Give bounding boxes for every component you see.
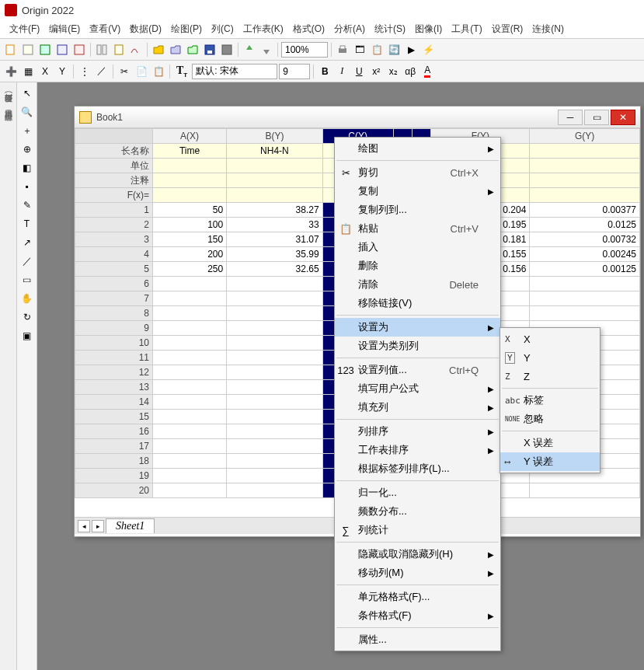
ctx-cell-format[interactable]: 单元格格式(F)...	[335, 588, 500, 606]
copy-icon[interactable]: 📄	[134, 64, 149, 79]
data-cell[interactable]: 35.99	[227, 247, 322, 262]
data-cell[interactable]: 31.07	[227, 232, 322, 247]
ctx-sort-worksheet[interactable]: 工作表排序▶	[335, 441, 500, 459]
meta-cell[interactable]	[530, 159, 640, 173]
ctx-frequency-dist[interactable]: 频数分布...	[335, 502, 500, 521]
data-cell[interactable]	[153, 321, 227, 336]
region-icon[interactable]: ▣	[19, 328, 35, 344]
ctx-clear[interactable]: 清除Delete	[335, 275, 500, 294]
new-layout-icon[interactable]	[94, 42, 110, 58]
data-cell[interactable]	[153, 306, 227, 321]
data-cell[interactable]	[530, 277, 640, 291]
minimize-button[interactable]: ─	[558, 110, 583, 125]
data-cell[interactable]: 32.65	[227, 262, 322, 277]
sheet-nav-next[interactable]: ▸	[92, 520, 104, 532]
meta-cell[interactable]: NH4-N	[227, 144, 322, 159]
row-number[interactable]: 8	[75, 306, 153, 321]
row-number[interactable]: 13	[75, 380, 153, 395]
sheet-tab[interactable]: Sheet1	[106, 518, 155, 533]
new-project-icon[interactable]	[3, 42, 19, 58]
sheet-nav-first[interactable]: ◂	[78, 520, 90, 532]
data-cell[interactable]	[227, 395, 322, 410]
duplicate-icon[interactable]: 📋	[369, 42, 385, 58]
new-notes-icon[interactable]	[111, 42, 127, 58]
open-template-icon[interactable]	[168, 42, 183, 58]
meta-cell[interactable]	[227, 159, 322, 173]
menu-view[interactable]: 查看(V)	[85, 21, 125, 37]
open-excel-icon[interactable]	[185, 42, 200, 58]
data-cell[interactable]	[227, 469, 322, 483]
ctx-set-as-categorical[interactable]: 设置为类别列	[335, 337, 500, 355]
ctx-cut[interactable]: ✂剪切Ctrl+X	[335, 163, 500, 182]
ctx-sort-column[interactable]: 列排序▶	[335, 422, 500, 441]
data-cell[interactable]	[227, 454, 322, 469]
underline-button[interactable]: U	[351, 64, 367, 79]
menu-image[interactable]: 图像(I)	[410, 21, 447, 37]
menu-column[interactable]: 列(C)	[207, 21, 238, 37]
data-cell[interactable]: 0.00245	[530, 247, 640, 262]
row-number[interactable]: 20	[75, 483, 153, 498]
data-cell[interactable]	[530, 291, 640, 306]
data-cell[interactable]	[227, 291, 322, 306]
row-meta-label[interactable]: 注释	[75, 173, 153, 188]
draw-data-icon[interactable]: ✎	[19, 197, 35, 213]
workbook-titlebar[interactable]: Book1 ─ ▭ ✕	[75, 106, 640, 128]
meta-cell[interactable]	[530, 173, 640, 188]
slideshow-icon[interactable]: ▶	[403, 42, 419, 58]
text-tool-icon[interactable]: TT	[176, 65, 187, 79]
ctx-copy[interactable]: 复制▶	[335, 182, 500, 201]
paste-icon[interactable]: 📋	[151, 64, 166, 79]
data-cell[interactable]	[153, 454, 227, 469]
data-cell[interactable]: 0.0125	[530, 218, 640, 232]
data-cell[interactable]: 0.00732	[530, 232, 640, 247]
meta-cell[interactable]	[153, 159, 227, 173]
ctx-hide-columns[interactable]: 隐藏或取消隐藏列(H)▶	[335, 545, 500, 564]
data-cell[interactable]	[227, 483, 322, 498]
data-cell[interactable]: 0.00125	[530, 262, 640, 277]
meta-cell[interactable]	[153, 173, 227, 188]
data-cell[interactable]	[153, 291, 227, 306]
data-cell[interactable]: 250	[153, 262, 227, 277]
meta-cell[interactable]	[227, 173, 322, 188]
recalculate-icon[interactable]: ⚡	[420, 42, 436, 58]
add-column-icon[interactable]: ➕	[3, 64, 19, 79]
data-cell[interactable]	[153, 380, 227, 395]
data-cell[interactable]	[227, 380, 322, 395]
font-size-combobox[interactable]: 9	[279, 64, 310, 79]
ctx-sort-by-label[interactable]: 根据标签列排序(L)...	[335, 459, 500, 478]
ctx-set-column-values[interactable]: 123设置列值...Ctrl+Q	[335, 361, 500, 379]
data-cell[interactable]	[153, 483, 227, 498]
row-number[interactable]: 11	[75, 351, 153, 365]
row-number[interactable]: 12	[75, 365, 153, 380]
ctx-insert[interactable]: 插入	[335, 238, 500, 256]
menu-tools[interactable]: 工具(T)	[447, 21, 486, 37]
scatter-icon[interactable]: ⋮	[77, 64, 92, 79]
data-cell[interactable]	[227, 277, 322, 291]
data-selector-icon[interactable]: ◧	[19, 160, 35, 176]
row-number[interactable]: 6	[75, 277, 153, 291]
data-cell[interactable]	[227, 424, 322, 439]
maximize-button[interactable]: ▭	[584, 110, 609, 125]
row-number[interactable]: 19	[75, 469, 153, 483]
row-number[interactable]: 9	[75, 321, 153, 336]
column-y-icon[interactable]: Y	[54, 64, 70, 79]
data-reader-icon[interactable]: ＋	[19, 123, 35, 138]
new-matrix-icon[interactable]	[71, 42, 87, 58]
save-template-icon[interactable]	[219, 42, 235, 58]
meta-cell[interactable]	[227, 188, 322, 203]
data-cell[interactable]	[227, 365, 322, 380]
rectangle-icon[interactable]: ▭	[19, 272, 35, 288]
row-number[interactable]: 16	[75, 424, 153, 439]
ctx-plot[interactable]: 绘图▶	[335, 139, 500, 158]
row-number[interactable]: 4	[75, 247, 153, 262]
ctx-column-statistics[interactable]: ∑列统计	[335, 521, 500, 539]
ctx-normalize[interactable]: 归一化...	[335, 483, 500, 502]
new-workbook-icon[interactable]	[20, 42, 36, 58]
data-cell[interactable]	[530, 483, 640, 498]
row-number[interactable]: 2	[75, 218, 153, 232]
open-icon[interactable]	[151, 42, 166, 58]
row-number[interactable]: 14	[75, 395, 153, 410]
zoom-tool-icon[interactable]: 🔍	[19, 104, 35, 120]
col-header[interactable]: B(Y)	[227, 129, 322, 144]
row-number[interactable]: 1	[75, 203, 153, 218]
